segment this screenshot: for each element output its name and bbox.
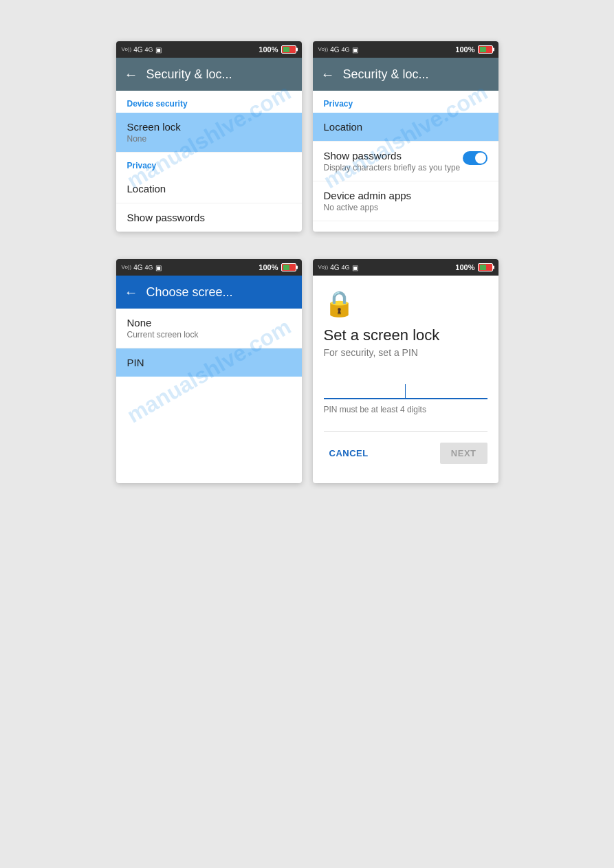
pin-actions: CANCEL NEXT: [324, 437, 487, 469]
app-bar-top-right: ← Security & loc...: [313, 58, 498, 91]
show-passwords-title-tr: Show passwords: [324, 150, 463, 162]
device-admin-subtitle-tr: No active apps: [324, 203, 487, 212]
status-right: 100%: [259, 45, 296, 54]
pin-screen-content: 🔒 Set a screen lock For security, set a …: [313, 276, 498, 483]
section-header-privacy: Privacy: [116, 153, 302, 175]
none-item-bl[interactable]: None Current screen lock: [116, 309, 302, 348]
status-bar-top-right: Vo)) 4G 4G ▣ 100%: [313, 41, 498, 58]
device-admin-title-tr: Device admin apps: [324, 190, 487, 201]
location-title-tl: Location: [127, 183, 291, 194]
battery-icon-tr: [478, 45, 493, 54]
volte-icon: Vo)): [122, 47, 132, 52]
none-subtitle-bl: Current screen lock: [127, 330, 291, 340]
status-bar-bottom-left: Vo)) 4G 4G ▣ 100%: [116, 259, 302, 276]
status-right-bl: 100%: [259, 263, 296, 271]
section-header-privacy-tr: Privacy: [313, 91, 498, 113]
battery-percent-tr: 100%: [455, 45, 474, 54]
screen-lock-title: Screen lock: [127, 121, 291, 133]
location-item-tr[interactable]: Location: [313, 113, 498, 142]
set-lock-subtitle: For security, set a PIN: [324, 347, 487, 358]
app-bar-title-tl: Security & loc...: [146, 67, 232, 82]
show-passwords-item-tl[interactable]: Show passwords: [116, 203, 302, 232]
location-title-tr: Location: [324, 121, 487, 133]
volte-icon-tr: Vo)): [318, 47, 329, 52]
status-right-tr: 100%: [455, 45, 492, 54]
pin-item-bl[interactable]: PIN: [116, 348, 302, 377]
volte-icon-br: Vo)): [318, 265, 329, 270]
content-top-right: Privacy Location Show passwords Display …: [313, 91, 498, 221]
battery-percent-bl: 100%: [259, 263, 278, 271]
section-header-device-security: Device security: [116, 91, 302, 113]
back-button-bl[interactable]: ←: [124, 285, 138, 300]
none-title-bl: None: [127, 317, 291, 329]
screen-top-left: manualshlve.com Vo)) 4G 4G ▣ 100% ← Secu…: [116, 41, 302, 232]
pin-title-bl: PIN: [127, 357, 291, 368]
app-bar-top-left: ← Security & loc...: [116, 58, 302, 91]
battery-icon: [281, 45, 296, 54]
status-bar-top-left: Vo)) 4G 4G ▣ 100%: [116, 41, 302, 58]
set-lock-title: Set a screen lock: [324, 326, 487, 344]
show-passwords-title-tl: Show passwords: [127, 212, 291, 223]
location-item-tl[interactable]: Location: [116, 175, 302, 203]
sim-icon-br: ▣: [352, 264, 358, 271]
status-left: Vo)) 4G 4G ▣: [122, 46, 162, 54]
network-4g-bl: 4G: [133, 264, 142, 271]
battery-percent: 100%: [259, 45, 278, 54]
status-bar-bottom-right: Vo)) 4G 4G ▣ 100%: [313, 259, 498, 276]
network-4g-br: 4G: [330, 264, 339, 271]
app-bar-title-tr: Security & loc...: [343, 67, 429, 82]
network-4g2-tr: 4G: [342, 46, 350, 53]
network-4g: 4G: [133, 46, 142, 54]
show-passwords-subtitle-tr: Display characters briefly as you type: [324, 163, 463, 173]
back-button-tl[interactable]: ←: [124, 67, 138, 82]
show-passwords-toggle[interactable]: [463, 151, 487, 165]
network-4g2-br: 4G: [342, 264, 350, 271]
lock-icon: 🔒: [324, 289, 487, 318]
pin-hint: PIN must be at least 4 digits: [324, 405, 487, 414]
device-admin-text-tr: Device admin apps No active apps: [324, 190, 487, 212]
status-left-tr: Vo)) 4G 4G ▣: [318, 46, 358, 54]
status-left-bl: Vo)) 4G 4G ▣: [122, 264, 162, 271]
screen-lock-subtitle: None: [127, 134, 291, 144]
pin-cursor: [405, 384, 406, 398]
status-right-br: 100%: [455, 263, 492, 271]
sim-icon: ▣: [155, 46, 162, 54]
app-bar-bottom-left: ← Choose scree...: [116, 276, 302, 309]
next-button-br[interactable]: NEXT: [440, 443, 487, 464]
network-4g2-bl: 4G: [145, 264, 153, 271]
battery-icon-br: [478, 263, 493, 271]
screen-lock-item[interactable]: Screen lock None: [116, 113, 302, 153]
show-passwords-text-tr: Show passwords Display characters briefl…: [324, 150, 463, 173]
content-bottom-left: None Current screen lock PIN: [116, 309, 302, 377]
sim-icon-tr: ▣: [352, 46, 358, 54]
volte-icon-bl: Vo)): [122, 265, 132, 270]
network-4g-tr: 4G: [330, 46, 339, 54]
pin-divider: [324, 431, 487, 432]
back-button-tr[interactable]: ←: [321, 67, 335, 82]
pin-input-area[interactable]: [324, 377, 487, 399]
network-4g2: 4G: [145, 46, 153, 53]
screen-bottom-right: Vo)) 4G 4G ▣ 100% 🔒 Set a screen lock Fo…: [313, 259, 498, 483]
show-passwords-item-tr[interactable]: Show passwords Display characters briefl…: [313, 142, 498, 181]
screen-bottom-left: manualshlve.com Vo)) 4G 4G ▣ 100% ← Choo…: [116, 259, 302, 483]
screen-top-right: manualshlve.com Vo)) 4G 4G ▣ 100% ← Secu…: [313, 41, 498, 232]
sim-icon-bl: ▣: [155, 264, 162, 271]
content-top-left: Device security Screen lock None Privacy…: [116, 91, 302, 232]
cancel-button-br[interactable]: CANCEL: [324, 443, 374, 464]
battery-icon-bl: [281, 263, 296, 271]
app-bar-title-bl: Choose scree...: [146, 285, 233, 300]
status-left-br: Vo)) 4G 4G ▣: [318, 264, 358, 271]
battery-percent-br: 100%: [455, 263, 474, 271]
location-text-tr: Location: [324, 121, 487, 133]
device-admin-item-tr[interactable]: Device admin apps No active apps: [313, 181, 498, 221]
